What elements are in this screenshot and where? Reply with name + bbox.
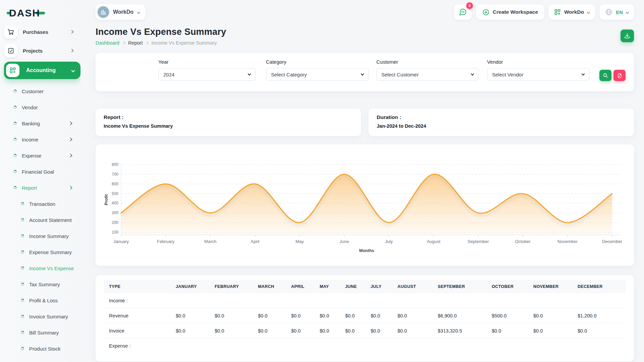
sidebar-item-transaction[interactable]: Transaction <box>0 196 80 212</box>
sidebar-item-profit-loss[interactable]: Profit & Loss <box>0 292 80 308</box>
value-cell: $0.0 <box>392 323 432 339</box>
sidebar-item-label: Expense Summary <box>29 249 80 255</box>
value-cell: $0.0 <box>314 308 340 323</box>
table-row: Revenue$0.0$0.0$0.0$0.0$0.0$0.0$0.0$0.0$… <box>104 308 626 323</box>
sidebar-item-expense-summary[interactable]: Expense Summary <box>0 244 80 260</box>
sidebar-item-account-statement[interactable]: Account Statement <box>0 212 80 228</box>
topbar-actions: 0 Create Workspace WorkDo <box>454 4 634 20</box>
column-header: MARCH <box>253 280 286 293</box>
app-root: DASH Purchases Projects Accounting Custo… <box>0 0 644 362</box>
sidebar-item-accounting[interactable]: Accounting <box>4 62 80 79</box>
search-icon <box>603 73 608 78</box>
sidebar-item-projects[interactable]: Projects <box>4 43 76 58</box>
sidebar-item-tax-summary[interactable]: Tax Summary <box>0 276 80 292</box>
sidebar-item-income-summary[interactable]: Income Summary <box>0 228 80 244</box>
sidebar-item-customer[interactable]: Customer <box>0 83 80 99</box>
main-area: WorkDo 0 Create Workspace <box>80 0 644 362</box>
breadcrumb-separator-icon <box>146 42 148 44</box>
svg-text:800: 800 <box>112 162 118 167</box>
plus-circle-icon <box>482 9 489 16</box>
workdo-menu-button[interactable]: WorkDo <box>549 4 595 20</box>
value-cell: $313,320.5 <box>432 323 486 339</box>
sidebar-item-label: Expense <box>22 153 69 159</box>
svg-text:Profit: Profit <box>104 194 109 205</box>
table-section-row: Income : <box>104 293 626 308</box>
value-cell: $0.0 <box>253 323 286 339</box>
create-workspace-button[interactable]: Create Workspace <box>476 4 544 20</box>
summary-cards: Report : Income Vs Expense Summary Durat… <box>96 109 634 136</box>
breadcrumb-dashboard-link[interactable]: Dashboard <box>96 40 119 46</box>
sidebar-item-bill-summary[interactable]: Bill Summary <box>0 324 80 341</box>
filter-actions <box>599 70 626 81</box>
language-selector[interactable]: EN <box>600 4 634 20</box>
messages-button-wrap: 0 <box>454 4 472 20</box>
breadcrumb-report-link[interactable]: Report <box>128 40 143 46</box>
value-cell: $0.0 <box>170 323 209 339</box>
chevron-right-icon <box>68 137 72 141</box>
sidebar-item-label: Projects <box>23 48 70 54</box>
column-header: DECEMBER <box>572 280 626 293</box>
value-cell: $0.0 <box>528 308 572 323</box>
topbar: WorkDo 0 Create Workspace <box>80 0 644 24</box>
bullet-icon <box>21 331 24 334</box>
sidebar-item-purchases[interactable]: Purchases <box>4 24 76 40</box>
breadcrumb-separator-icon <box>122 42 125 44</box>
svg-text:200: 200 <box>112 220 118 225</box>
sidebar-item-expense[interactable]: Expense <box>0 147 80 164</box>
bullet-icon <box>13 186 17 189</box>
bullet-icon <box>21 266 24 270</box>
report-summary-card: Report : Income Vs Expense Summary <box>96 109 361 136</box>
svg-text:February: February <box>157 239 175 244</box>
value-cell: $0.0 <box>486 323 528 339</box>
sidebar-item-label: Vendor <box>22 105 80 110</box>
sidebar-item-banking[interactable]: Banking <box>0 115 80 131</box>
column-header: JANUARY <box>170 280 209 293</box>
sidebar-item-product-stock[interactable]: Product Stock <box>0 341 80 357</box>
sidebar-item-income[interactable]: Income <box>0 131 80 147</box>
value-cell: $6,900.0 <box>432 308 486 323</box>
value-cell: $0.0 <box>286 308 314 323</box>
sidebar-item-vendor[interactable]: Vendor <box>0 99 80 115</box>
year-select[interactable]: 2024 <box>158 68 256 81</box>
column-header: APRIL <box>286 280 314 293</box>
category-select[interactable]: Select Category <box>266 68 369 81</box>
breadcrumb: Dashboard Report Income Vs Expense Summa… <box>96 40 226 46</box>
customer-select[interactable]: Select Customer <box>376 68 479 81</box>
chevron-right-icon <box>70 30 73 34</box>
customer-label: Customer <box>376 59 479 65</box>
svg-text:Months: Months <box>359 248 374 253</box>
sidebar-item-label: Purchases <box>23 29 70 35</box>
sidebar-item-label: Transaction <box>29 201 80 207</box>
bullet-icon <box>21 299 24 302</box>
chevron-down-icon <box>137 10 141 14</box>
download-report-button[interactable] <box>621 29 634 42</box>
workspace-switcher[interactable]: WorkDo <box>96 4 145 20</box>
apply-filter-button[interactable] <box>599 70 611 81</box>
section-filler <box>170 293 626 308</box>
category-label: Category <box>266 59 369 65</box>
sidebar-item-invoice-summary[interactable]: Invoice Summary <box>0 308 80 324</box>
section-filler <box>170 339 626 354</box>
value-cell: $0.0 <box>253 308 286 323</box>
globe-icon <box>605 8 612 16</box>
svg-text:October: October <box>515 239 531 244</box>
sidebar-item-label: Financial Goal <box>22 169 80 175</box>
profit-area-chart: 100200300400500600700800JanuaryFebruaryM… <box>102 150 626 260</box>
sidebar-item-report[interactable]: Report <box>0 180 80 196</box>
sidebar-item-income-vs-expense[interactable]: Income Vs Expense <box>0 260 80 276</box>
value-cell: $0.0 <box>340 323 365 339</box>
sidebar-item-financial-goal[interactable]: Financial Goal <box>0 164 80 180</box>
chat-icon <box>459 8 467 16</box>
year-label: Year <box>158 59 256 65</box>
value-cell: $0.0 <box>170 308 209 323</box>
sidebar-item-label: Bill Summary <box>29 330 80 336</box>
reset-filter-button[interactable] <box>613 70 626 81</box>
svg-text:December: December <box>602 239 623 244</box>
bullet-icon <box>13 122 17 125</box>
sidebar-item-cash-flow[interactable]: Cash Flow <box>0 357 80 362</box>
brand-logo: DASH <box>0 5 80 21</box>
vendor-select[interactable]: Select Vendor <box>487 68 589 81</box>
cart-icon <box>4 25 17 39</box>
sidebar-item-label: Income Summary <box>29 233 80 239</box>
table-header-row: TYPEJANUARYFEBRUARYMARCHAPRILMAYJUNEJULY… <box>104 280 626 293</box>
